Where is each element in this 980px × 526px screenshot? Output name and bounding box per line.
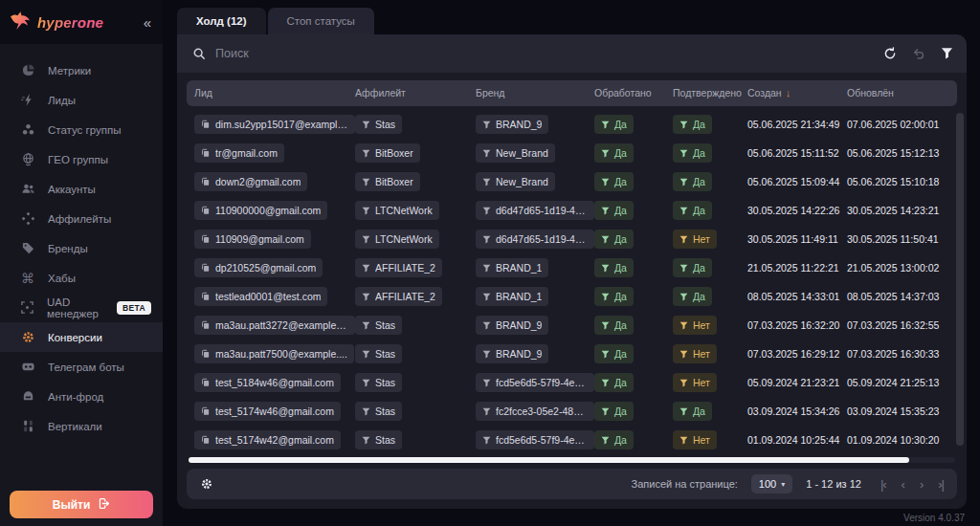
logout-button[interactable]: Выйти xyxy=(10,491,153,518)
confirmed-badge[interactable]: Да xyxy=(673,287,712,306)
affiliate-cell[interactable]: Stas xyxy=(355,373,402,392)
processed-badge[interactable]: Да xyxy=(594,316,634,335)
processed-badge[interactable]: Да xyxy=(594,344,634,363)
lead-cell[interactable]: ma3au.patt7500@example.... xyxy=(194,344,354,363)
table-row[interactable]: 110900000@gmail.comLTCNetWorkd6d47d65-1d… xyxy=(187,196,957,225)
sidebar-item-status-groups[interactable]: Статус группы xyxy=(0,115,163,144)
confirmed-badge[interactable]: Да xyxy=(673,115,712,134)
confirmed-badge[interactable]: Нет xyxy=(673,316,717,335)
sidebar-item-conversions[interactable]: Конверсии xyxy=(0,322,163,352)
app-logo[interactable]: hyperone xyxy=(10,11,103,34)
first-page-button[interactable]: |‹ xyxy=(880,477,886,492)
brand-cell[interactable]: BRAND_9 xyxy=(476,115,548,134)
next-page-button[interactable]: › xyxy=(920,477,923,492)
lead-cell[interactable]: dim.su2ypp15017@example.... xyxy=(194,115,355,134)
sidebar-item-verticals[interactable]: Вертикали xyxy=(0,411,163,441)
table-row[interactable]: ma3au.patt3272@example.c...StasBRAND_9Да… xyxy=(187,311,957,340)
brand-cell[interactable]: d6d47d65-1d19-47f6-b... xyxy=(476,230,594,249)
column-header-brand[interactable]: Бренд xyxy=(476,87,594,99)
settings-gear-icon[interactable] xyxy=(200,477,213,491)
affiliate-cell[interactable]: LTCNetWork xyxy=(355,230,439,249)
table-row[interactable]: down2@gmail.comBitBoxerNew_BrandДаДа05.0… xyxy=(187,167,957,196)
horizontal-scrollbar-thumb[interactable] xyxy=(189,457,909,463)
affiliate-cell[interactable]: Stas xyxy=(355,316,402,335)
column-header-lead[interactable]: Лид xyxy=(194,87,355,99)
sidebar-item-affiliates[interactable]: Аффилейты xyxy=(0,204,163,233)
processed-badge[interactable]: Да xyxy=(594,143,634,163)
sidebar-item-geo-groups[interactable]: ГЕО группы xyxy=(0,144,163,174)
filter-icon[interactable] xyxy=(941,47,953,59)
table-row[interactable]: test_5184w46@gmail.comStasfcd5e6d5-57f9-… xyxy=(187,368,957,397)
lead-cell[interactable]: test_5174w42@gmail.com xyxy=(194,430,341,449)
vertical-scrollbar[interactable] xyxy=(956,113,964,446)
brand-cell[interactable]: BRAND_9 xyxy=(476,344,548,363)
processed-badge[interactable]: Да xyxy=(594,258,634,277)
table-row[interactable]: tr@gmail.comBitBoxerNew_BrandДаДа05.06.2… xyxy=(187,139,957,167)
table-row[interactable]: ma3au.patt7500@example....StasBRAND_9ДаН… xyxy=(187,340,957,368)
refresh-icon[interactable] xyxy=(883,47,897,60)
sidebar-item-anti-fraud[interactable]: Анти-фрод xyxy=(0,382,163,411)
tab-stop-statuses[interactable]: Стоп статусы xyxy=(268,8,374,34)
sidebar-item-uad-manager[interactable]: UAD менеджерBETA xyxy=(0,293,163,322)
processed-badge[interactable]: Да xyxy=(594,402,634,421)
sidebar-item-hubs[interactable]: ⌘Хабы xyxy=(0,263,163,293)
processed-badge[interactable]: Да xyxy=(594,287,634,306)
affiliate-cell[interactable]: BitBoxer xyxy=(355,172,420,191)
column-header-updated[interactable]: Обновлён xyxy=(847,87,949,99)
confirmed-badge[interactable]: Нет xyxy=(673,344,717,363)
affiliate-cell[interactable]: Stas xyxy=(355,402,402,421)
vertical-scrollbar-thumb[interactable] xyxy=(956,113,964,446)
confirmed-badge[interactable]: Нет xyxy=(673,373,717,392)
brand-cell[interactable]: fc2fcce3-05e2-4857-a2... xyxy=(476,402,594,421)
brand-cell[interactable]: d6d47d65-1d19-47f6-b... xyxy=(476,201,594,220)
lead-cell[interactable]: dp210525@gmail.com xyxy=(194,258,323,277)
confirmed-badge[interactable]: Да xyxy=(673,143,712,163)
table-row[interactable]: dim.su2ypp15017@example....StasBRAND_9Да… xyxy=(187,110,957,139)
lead-cell[interactable]: down2@gmail.com xyxy=(194,172,307,191)
prev-page-button[interactable]: ‹ xyxy=(902,477,904,492)
table-row[interactable]: dp210525@gmail.comAFFILIATE_2BRAND_1ДаДа… xyxy=(187,253,957,282)
page-size-select[interactable]: 100 ▾ xyxy=(751,474,792,493)
sidebar-item-telegram-bots[interactable]: Телеграм боты xyxy=(0,352,163,382)
affiliate-cell[interactable]: Stas xyxy=(355,430,402,449)
affiliate-cell[interactable]: AFFILIATE_2 xyxy=(355,287,442,306)
lead-cell[interactable]: ma3au.patt3272@example.c... xyxy=(194,316,355,335)
sidebar-item-leads[interactable]: Лиды xyxy=(0,85,163,115)
undo-icon[interactable] xyxy=(912,47,925,60)
column-header-processed[interactable]: Обработано xyxy=(594,87,673,99)
table-row[interactable]: test_5174w46@gmail.comStasfc2fcce3-05e2-… xyxy=(187,397,957,426)
sidebar-item-metrics[interactable]: Метрики xyxy=(0,55,163,85)
confirmed-badge[interactable]: Нет xyxy=(673,230,717,249)
processed-badge[interactable]: Да xyxy=(594,172,634,191)
confirmed-badge[interactable]: Нет xyxy=(673,430,717,449)
confirmed-badge[interactable]: Да xyxy=(673,201,712,220)
table-row[interactable]: testlead0001@test.comAFFILIATE_2BRAND_1Д… xyxy=(187,282,957,311)
processed-badge[interactable]: Да xyxy=(594,201,634,220)
table-row[interactable]: 110909@gmail.comLTCNetWorkd6d47d65-1d19-… xyxy=(187,225,957,253)
tab-hold[interactable]: Холд (12) xyxy=(177,8,266,34)
horizontal-scrollbar[interactable] xyxy=(189,457,955,463)
affiliate-cell[interactable]: Stas xyxy=(355,115,402,134)
column-header-confirmed[interactable]: Подтверждено xyxy=(673,87,747,99)
lead-cell[interactable]: 110900000@gmail.com xyxy=(194,201,327,220)
processed-badge[interactable]: Да xyxy=(594,430,634,449)
affiliate-cell[interactable]: AFFILIATE_2 xyxy=(355,258,442,277)
processed-badge[interactable]: Да xyxy=(594,373,634,392)
confirmed-badge[interactable]: Да xyxy=(673,258,712,277)
lead-cell[interactable]: test_5184w46@gmail.com xyxy=(194,373,341,392)
processed-badge[interactable]: Да xyxy=(594,230,634,249)
brand-cell[interactable]: fcd5e6d5-57f9-4eb8-a... xyxy=(476,373,594,392)
sidebar-item-accounts[interactable]: Аккаунты xyxy=(0,174,163,204)
column-header-affiliate[interactable]: Аффилейт xyxy=(355,87,476,99)
processed-badge[interactable]: Да xyxy=(594,115,634,134)
search-input[interactable] xyxy=(215,47,874,60)
column-header-created[interactable]: Создан↓ xyxy=(747,87,847,99)
brand-cell[interactable]: fcd5e6d5-57f9-4eb8-a... xyxy=(476,430,594,449)
last-page-button[interactable]: ›| xyxy=(938,477,944,492)
confirmed-badge[interactable]: Да xyxy=(673,402,712,421)
brand-cell[interactable]: New_Brand xyxy=(476,172,555,191)
affiliate-cell[interactable]: LTCNetWork xyxy=(355,201,439,220)
lead-cell[interactable]: 110909@gmail.com xyxy=(194,230,311,249)
lead-cell[interactable]: tr@gmail.com xyxy=(194,143,284,163)
table-row[interactable]: test_5174w42@gmail.comStasfcd5e6d5-57f9-… xyxy=(187,426,957,454)
